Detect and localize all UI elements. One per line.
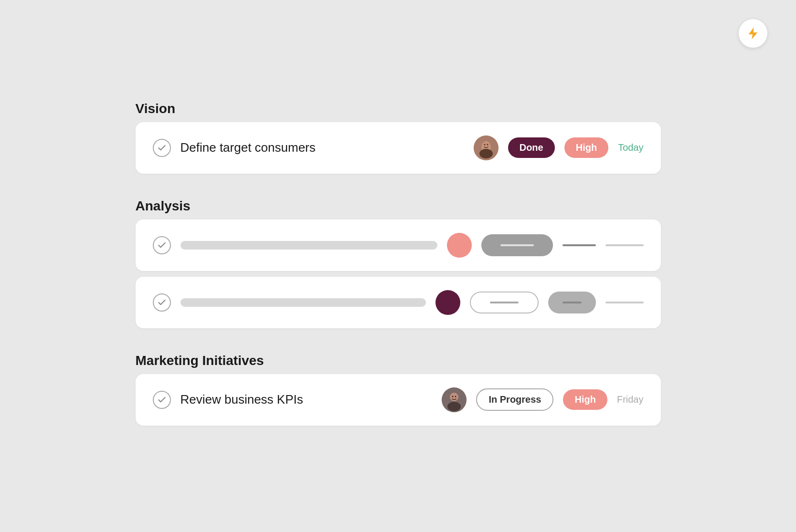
task-text-bar-3: [180, 298, 426, 307]
svg-point-9: [447, 402, 461, 411]
avatar-3: [435, 290, 460, 315]
task-row-4: Review business KPIs In Progress High Fr…: [136, 374, 661, 426]
priority-badge-1[interactable]: High: [564, 137, 608, 158]
section-analysis: Analysis: [136, 198, 661, 334]
svg-point-5: [487, 144, 488, 145]
task-row-2: [136, 219, 661, 271]
check-icon-2: [153, 236, 171, 254]
section-vision-label: Vision: [136, 101, 661, 116]
section-analysis-label: Analysis: [136, 198, 661, 214]
svg-point-4: [484, 144, 485, 145]
date-bar-2: [605, 244, 644, 246]
status-badge-1[interactable]: Done: [508, 137, 555, 158]
priority-badge-4[interactable]: High: [563, 389, 607, 410]
date-bar-3: [605, 302, 644, 303]
task-title-1: Define target consumers: [180, 140, 464, 155]
date-4: Friday: [617, 394, 644, 405]
main-content: Vision Define target consumers: [136, 101, 661, 431]
date-1: Today: [618, 142, 643, 153]
avatar-1: [474, 136, 499, 160]
avatar-4: [442, 387, 467, 412]
status-badge-4[interactable]: In Progress: [476, 388, 553, 411]
task-row-1: Define target consumers Done High Today: [136, 122, 661, 174]
check-icon-1: [153, 139, 171, 157]
svg-point-6: [479, 149, 493, 158]
check-icon-4: [153, 391, 171, 409]
task-title-4: Review business KPIs: [180, 392, 433, 407]
priority-badge-3: [548, 292, 596, 313]
section-vision: Vision Define target consumers: [136, 101, 661, 179]
svg-point-10: [452, 396, 454, 397]
task-text-bar-2: [180, 241, 437, 250]
task-row-3: [136, 277, 661, 328]
section-marketing: Marketing Initiatives Review business KP…: [136, 353, 661, 431]
avatar-2: [447, 233, 472, 258]
priority-bar-2: [563, 244, 596, 246]
lightning-button[interactable]: [739, 19, 767, 48]
svg-point-8: [450, 393, 458, 401]
check-icon-3: [153, 293, 171, 312]
section-marketing-label: Marketing Initiatives: [136, 353, 661, 368]
svg-point-11: [455, 396, 456, 397]
